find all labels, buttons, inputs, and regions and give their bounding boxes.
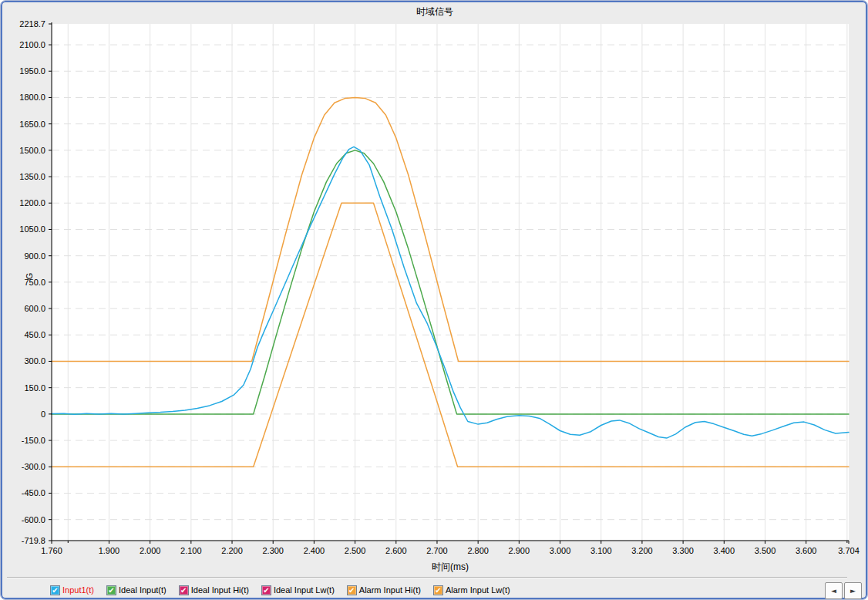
x-tick-label: 2.000: [140, 546, 161, 555]
legend-label: Input1(t): [62, 585, 94, 595]
check-icon: ✔: [180, 585, 187, 594]
y-tick-label: -719.8: [22, 536, 45, 545]
x-tick-label: 3.300: [672, 546, 694, 555]
x-tick-label: 3.000: [550, 546, 571, 555]
pan-right-button[interactable]: ►: [844, 582, 862, 599]
y-tick-label: 1800.0: [19, 93, 45, 102]
y-tick-label: 0: [41, 410, 45, 419]
y-tick-label: -600.0: [22, 515, 45, 524]
x-tick-label: 2.600: [385, 546, 407, 555]
legend-item-alarm-input-hi-t[interactable]: ✔Alarm Input Hi(t): [347, 585, 421, 595]
bottom-separator: [7, 577, 847, 578]
x-tick-label: 3.400: [714, 546, 735, 555]
check-icon: ✔: [263, 585, 269, 594]
x-tick-label: 2.100: [180, 546, 202, 555]
y-tick-label: 150.0: [24, 383, 45, 393]
y-tick-label: -450.0: [22, 488, 45, 497]
legend-checkbox[interactable]: ✔: [261, 585, 271, 595]
y-tick-label: -150.0: [22, 436, 45, 445]
pan-left-icon: ◄: [831, 587, 836, 595]
y-axis-label: G: [25, 273, 34, 280]
x-tick-label: 2.300: [262, 546, 284, 555]
legend-checkbox[interactable]: ✔: [433, 585, 443, 595]
y-tick-label: 300.0: [24, 356, 45, 366]
y-tick-label: 1650.0: [19, 120, 45, 129]
x-tick-label: 1.900: [99, 546, 120, 555]
y-tick-label: 1350.0: [19, 172, 45, 181]
x-tick-label: 3.200: [631, 546, 653, 555]
x-tick-label: 2.200: [221, 546, 243, 555]
check-icon: ✔: [348, 585, 355, 594]
x-tick-label: 1.760: [41, 546, 62, 555]
legend-item-ideal-input-t[interactable]: ✔Ideal Input(t): [106, 585, 167, 595]
legend-label: Ideal Input(t): [119, 585, 167, 595]
y-tick-label: 1200.0: [19, 198, 45, 207]
legend-checkbox[interactable]: ✔: [347, 585, 357, 595]
pan-left-button[interactable]: ◄: [825, 582, 843, 599]
legend-checkbox[interactable]: ✔: [106, 585, 116, 595]
x-tick-label: 2.400: [304, 546, 325, 555]
legend-checkbox[interactable]: ✔: [50, 585, 60, 595]
y-tick-label: 2100.0: [19, 40, 45, 49]
check-icon: ✔: [108, 585, 114, 594]
x-tick-label: 3.500: [755, 546, 776, 555]
check-icon: ✔: [52, 585, 58, 594]
legend-label: Ideal Input Hi(t): [191, 585, 249, 595]
legend-checkbox[interactable]: ✔: [179, 585, 189, 595]
x-tick-label: 2.800: [467, 546, 489, 555]
legend: ✔Input1(t)✔Ideal Input(t)✔Ideal Input Hi…: [50, 583, 510, 597]
check-icon: ✔: [435, 585, 441, 594]
y-tick-label: 900.0: [24, 251, 45, 261]
y-tick-label: 2218.7: [19, 19, 45, 29]
legend-label: Alarm Input Lw(t): [446, 585, 510, 595]
pan-right-icon: ►: [850, 587, 856, 595]
y-tick-label: 1050.0: [19, 224, 45, 234]
pan-controls: ◄ ►: [825, 582, 862, 599]
x-axis-label: 时间(ms): [52, 561, 849, 574]
y-tick-label: 600.0: [24, 304, 45, 313]
legend-label: Alarm Input Hi(t): [359, 585, 421, 595]
y-tick-label: -300.0: [22, 462, 45, 471]
y-tick-label: 450.0: [24, 330, 45, 339]
y-tick-label: 1950.0: [19, 66, 45, 76]
legend-item-ideal-input-hi-t[interactable]: ✔Ideal Input Hi(t): [179, 585, 249, 595]
y-tick-label: 1500.0: [19, 146, 45, 155]
x-tick-label: 3.100: [590, 546, 612, 555]
legend-item-ideal-input-lw-t[interactable]: ✔Ideal Input Lw(t): [261, 585, 335, 595]
x-tick-label: 3.600: [796, 546, 817, 555]
legend-item-alarm-input-lw-t[interactable]: ✔Alarm Input Lw(t): [433, 585, 510, 595]
legend-label: Ideal Input Lw(t): [274, 585, 335, 595]
x-tick-label: 2.500: [345, 546, 366, 555]
time-domain-chart: 2218.72100.01950.01800.01650.01500.01350…: [1, 1, 868, 600]
signal-viewer-window: 时域信号 2218.72100.01950.01800.01650.01500.…: [0, 0, 868, 600]
x-tick-label: 3.704: [838, 546, 860, 555]
x-tick-label: 2.900: [509, 546, 530, 555]
legend-item-input1-t[interactable]: ✔Input1(t): [50, 585, 94, 595]
x-tick-label: 2.700: [426, 546, 448, 555]
